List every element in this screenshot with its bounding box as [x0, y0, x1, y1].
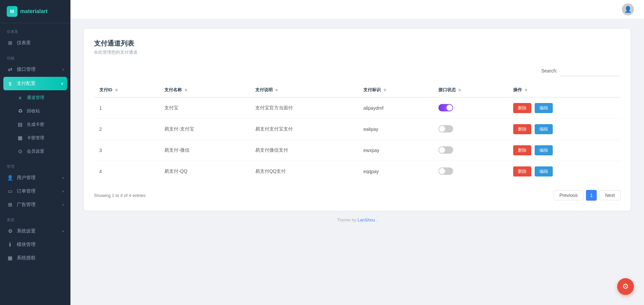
- sort-icon-desc: ⇅: [275, 88, 278, 92]
- col-action: 操作 ⇅: [508, 83, 621, 97]
- sidebar-item-label: 回收站: [27, 108, 40, 114]
- cell-mark: ewxpay: [358, 140, 433, 161]
- channel-icon: ≡: [17, 94, 23, 101]
- cell-action: 删除 编辑: [508, 140, 621, 161]
- sidebar-item-member[interactable]: ⊙ 会员设置: [0, 145, 70, 158]
- table-row: 4 易支付-QQ 易支付QQ支付 eqqpay 删除 编辑: [94, 161, 621, 182]
- avatar[interactable]: 👤: [622, 3, 634, 15]
- col-name: 支付名称 ⇅: [159, 83, 250, 97]
- previous-button[interactable]: Previous: [554, 190, 583, 200]
- sidebar-item-dashboard[interactable]: ⊞ 仪表里: [0, 36, 70, 50]
- sidebar-item-label: 仪表里: [17, 40, 31, 46]
- sidebar-item-label: 用户管理: [17, 175, 36, 181]
- ordermgr-icon: ▭: [7, 188, 13, 195]
- edit-button[interactable]: 编辑: [535, 124, 553, 134]
- sidebar-item-label: 生成卡密: [27, 121, 44, 128]
- delete-button[interactable]: 删除: [513, 145, 531, 155]
- topbar: 👤: [70, 0, 644, 19]
- footer: Theme by LanShou .: [84, 211, 631, 229]
- sidebar-item-adsmgr[interactable]: ⊞ 广告管理 ›: [0, 198, 70, 211]
- sidebar-item-ordermgr[interactable]: ▭ 订单管理 ›: [0, 185, 70, 198]
- page-title: 支付通道列表: [94, 39, 621, 48]
- sort-icon-status: ⇅: [458, 88, 461, 92]
- search-label: Search:: [541, 65, 557, 76]
- sidebar-item-label: 系统授权: [17, 255, 36, 261]
- avatar-icon: 👤: [624, 6, 632, 13]
- search-input[interactable]: [560, 65, 621, 76]
- status-toggle[interactable]: [438, 125, 453, 133]
- main-content: 👤 支付通道列表 在此管理您的支付通道 Search: 支付ID ⇅: [70, 0, 644, 305]
- cell-status[interactable]: [433, 161, 508, 182]
- footer-text: Theme by: [337, 217, 358, 222]
- cell-name: 支付宝: [159, 97, 250, 119]
- sidebar-item-usermgr[interactable]: 👤 用户管理 ›: [0, 171, 70, 185]
- footer-link[interactable]: LanShou: [358, 217, 375, 222]
- member-icon: ⊙: [17, 148, 23, 155]
- delete-button[interactable]: 删除: [513, 166, 531, 176]
- col-status: 接口状态 ⇅: [433, 83, 508, 97]
- cell-status[interactable]: [433, 97, 508, 119]
- pagination: Previous 1 Next: [554, 190, 621, 201]
- dashboard-icon: ⊞: [7, 40, 13, 46]
- sidebar-item-label: 订单管理: [17, 188, 36, 194]
- sidebar-item-gencard[interactable]: ▤ 生成卡密: [0, 118, 70, 131]
- status-toggle[interactable]: [438, 146, 453, 154]
- sidebar-item-sysset[interactable]: ⚙ 系统设置 ›: [0, 224, 70, 238]
- table-row: 3 易支付-微信 易支付微信支付 ewxpay 删除 编辑: [94, 140, 621, 161]
- col-mark: 支付标识 ⇅: [358, 83, 433, 97]
- sidebar-item-label: 系统设置: [17, 228, 36, 234]
- cell-status[interactable]: [433, 119, 508, 140]
- sidebar-logo: M materialart: [0, 0, 70, 23]
- status-toggle[interactable]: [438, 167, 453, 175]
- cell-action: 删除 编辑: [508, 119, 621, 140]
- page-subtitle: 在此管理您的支付通道: [94, 49, 621, 55]
- modules-icon: ℹ: [7, 241, 13, 248]
- chevron-right-icon-2: ›: [62, 175, 64, 180]
- cardmgr-icon: ▦: [17, 135, 23, 141]
- edit-button[interactable]: 编辑: [535, 145, 553, 155]
- fab-button[interactable]: ⚙: [617, 278, 634, 295]
- sidebar-item-label: 卡密管理: [27, 135, 44, 141]
- interface-icon: ⇄: [7, 66, 13, 73]
- sidebar-item-label: 会员设置: [27, 148, 44, 154]
- sidebar-item-payment[interactable]: $ 支付配置 ∨: [3, 77, 67, 90]
- sidebar-item-cardmgr[interactable]: ▦ 卡密管理: [0, 131, 70, 145]
- edit-button[interactable]: 编辑: [535, 103, 553, 113]
- next-button[interactable]: Next: [599, 190, 621, 200]
- chevron-right-icon-3: ›: [62, 189, 64, 194]
- gencard-icon: ▤: [17, 121, 23, 128]
- cell-action: 删除 编辑: [508, 97, 621, 119]
- table-header-row: 支付ID ⇅ 支付名称 ⇅ 支付说明 ⇅ 支付标识: [94, 83, 621, 97]
- cell-status[interactable]: [433, 140, 508, 161]
- page-1-button[interactable]: 1: [586, 190, 597, 201]
- logo-icon: M: [7, 6, 17, 17]
- cell-id: 1: [94, 97, 159, 119]
- chevron-right-icon-4: ›: [62, 202, 64, 207]
- sidebar-item-interface[interactable]: ⇄ 接口管理 ›: [0, 63, 70, 76]
- delete-button[interactable]: 删除: [513, 103, 531, 113]
- footer-suffix: .: [376, 217, 378, 222]
- delete-button[interactable]: 删除: [513, 124, 531, 134]
- logo-text: materialart: [20, 8, 48, 14]
- chevron-right-icon: ›: [62, 67, 64, 72]
- sidebar-item-label: 支付配置: [17, 81, 36, 87]
- status-toggle[interactable]: [438, 104, 453, 111]
- cell-desc: 易支付微信支付: [250, 140, 358, 161]
- toggle-slider: [438, 167, 453, 175]
- edit-button[interactable]: 编辑: [535, 166, 553, 176]
- sidebar-item-label: 接口管理: [17, 66, 36, 72]
- section-label-function: 功能: [0, 50, 70, 63]
- sort-icon-name: ⇅: [184, 88, 187, 92]
- section-label-system: 系统: [0, 211, 70, 224]
- section-label-dashboard: 仪表里: [0, 23, 70, 36]
- sysauth-icon: ▦: [7, 255, 13, 261]
- cell-name: 易支付-支付宝: [159, 119, 250, 140]
- toggle-slider: [438, 146, 453, 154]
- sort-icon-id: ⇅: [115, 88, 118, 92]
- sidebar-item-sysauth[interactable]: ▦ 系统授权: [0, 251, 70, 265]
- page-card: 支付通道列表 在此管理您的支付通道 Search: 支付ID ⇅ 支付名称: [84, 29, 631, 211]
- sidebar-item-modules[interactable]: ℹ 模块管理: [0, 238, 70, 251]
- sidebar-item-recycle[interactable]: ♻ 回收站: [0, 104, 70, 118]
- sysset-icon: ⚙: [7, 228, 13, 235]
- sidebar-item-channel[interactable]: ≡ 通道管理: [0, 91, 70, 104]
